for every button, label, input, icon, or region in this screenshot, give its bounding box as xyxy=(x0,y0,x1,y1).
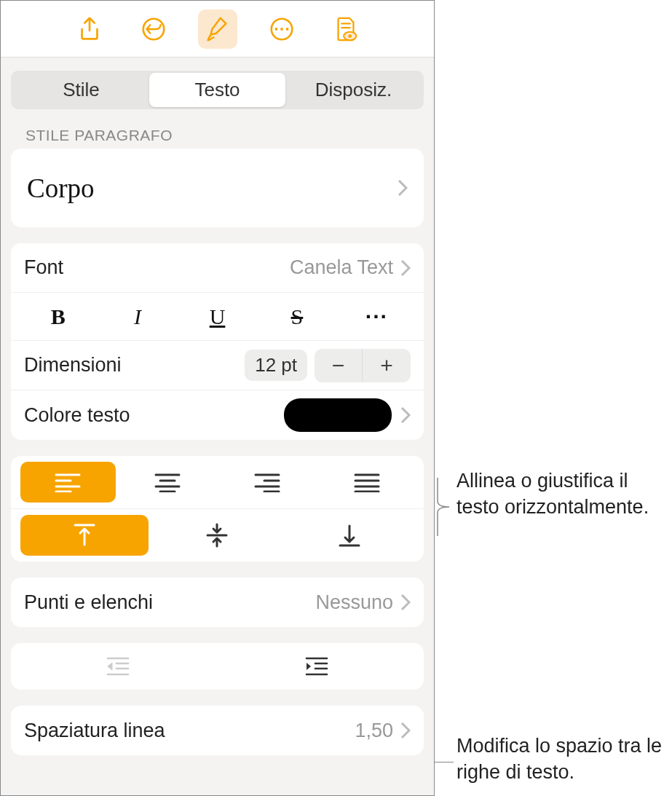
callout-alignment: Allinea o giustifica il testo orizzontal… xyxy=(456,468,672,521)
inspector-tabs: Stile Testo Disposiz. xyxy=(11,71,424,109)
svg-point-2 xyxy=(274,28,277,31)
undo-icon xyxy=(140,15,167,43)
bullets-value: Nessuno xyxy=(315,591,393,614)
align-right-button[interactable] xyxy=(220,462,315,503)
chevron-right-icon xyxy=(400,722,411,739)
line-spacing-row[interactable]: Spaziatura linea 1,50 xyxy=(11,706,424,755)
share-icon xyxy=(76,15,103,43)
size-value-button[interactable]: 12 pt xyxy=(245,350,307,381)
more-text-options-button[interactable]: ··· xyxy=(337,299,416,335)
size-row: Dimensioni 12 pt − + xyxy=(11,341,424,390)
size-stepper: − + xyxy=(315,349,411,382)
align-justify-button[interactable] xyxy=(319,462,414,503)
increase-indent-button[interactable] xyxy=(218,650,417,682)
annotation-area: Allinea o giustifica il testo orizzontal… xyxy=(435,0,672,796)
horizontal-align-row xyxy=(11,456,424,509)
format-brush-icon xyxy=(204,15,232,43)
valign-bottom-button[interactable] xyxy=(285,515,414,556)
document-options-button[interactable] xyxy=(326,9,365,49)
decrease-indent-icon xyxy=(105,655,131,677)
bracket-icon xyxy=(435,478,451,539)
valign-top-icon xyxy=(74,523,95,548)
share-button[interactable] xyxy=(70,9,109,49)
line-spacing-card: Spaziatura linea 1,50 xyxy=(11,706,424,755)
svg-point-3 xyxy=(280,28,283,31)
inspector-content: Stile Testo Disposiz. STILE PARAGRAFO Co… xyxy=(1,58,434,795)
tab-disposiz[interactable]: Disposiz. xyxy=(285,73,422,107)
line-spacing-label: Spaziatura linea xyxy=(24,720,165,742)
size-label: Dimensioni xyxy=(24,354,122,377)
alignment-card xyxy=(11,456,424,561)
increase-indent-icon xyxy=(304,655,330,677)
align-left-button[interactable] xyxy=(20,462,116,503)
font-card: Font Canela Text B I U S ··· Dimensioni … xyxy=(11,243,424,440)
more-button[interactable] xyxy=(262,9,301,49)
vertical-align-row xyxy=(11,509,424,561)
text-color-label: Colore testo xyxy=(24,404,130,427)
tab-testo[interactable]: Testo xyxy=(149,73,285,107)
leader-line xyxy=(435,762,454,762)
text-color-row[interactable]: Colore testo xyxy=(11,390,424,440)
doc-eye-icon xyxy=(332,15,360,43)
bullets-card: Punti e elenchi Nessuno xyxy=(11,578,424,627)
font-value: Canela Text xyxy=(290,256,393,279)
chevron-right-icon xyxy=(398,179,408,197)
format-button[interactable] xyxy=(198,9,237,49)
bold-button[interactable]: B xyxy=(18,299,98,335)
valign-bottom-icon xyxy=(339,523,360,548)
valign-top-button[interactable] xyxy=(20,515,149,556)
chevron-right-icon xyxy=(400,406,411,424)
paragraph-style-section-label: STILE PARAGRAFO xyxy=(25,127,424,144)
paragraph-style-value: Corpo xyxy=(27,173,95,204)
chevron-right-icon xyxy=(400,594,411,611)
format-inspector-panel: Stile Testo Disposiz. STILE PARAGRAFO Co… xyxy=(0,0,435,796)
chevron-right-icon xyxy=(400,259,411,277)
align-left-icon xyxy=(55,472,81,492)
decrease-indent-button[interactable] xyxy=(18,650,218,682)
paragraph-style-row[interactable]: Corpo xyxy=(11,149,424,227)
indent-row xyxy=(11,643,424,690)
bullets-row[interactable]: Punti e elenchi Nessuno xyxy=(11,578,424,627)
align-right-icon xyxy=(254,472,280,492)
font-label: Font xyxy=(24,256,63,279)
underline-button[interactable]: U xyxy=(178,299,257,335)
more-circle-icon xyxy=(268,15,296,43)
size-increase-button[interactable]: + xyxy=(363,349,411,382)
text-color-swatch[interactable] xyxy=(284,398,392,432)
tab-stile[interactable]: Stile xyxy=(13,73,149,107)
indent-card xyxy=(11,643,424,690)
undo-button[interactable] xyxy=(134,9,173,49)
italic-button[interactable]: I xyxy=(98,299,177,335)
paragraph-style-card: Corpo xyxy=(11,149,424,227)
callout-spacing: Modifica lo spazio tra le righe di testo… xyxy=(456,733,672,786)
text-style-row: B I U S ··· xyxy=(11,293,424,341)
svg-point-4 xyxy=(285,28,288,31)
svg-point-6 xyxy=(348,34,352,38)
valign-middle-icon xyxy=(206,523,228,548)
valign-middle-button[interactable] xyxy=(153,515,281,556)
align-justify-icon xyxy=(354,472,380,492)
align-center-icon xyxy=(154,472,181,492)
line-spacing-value: 1,50 xyxy=(355,720,393,742)
size-decrease-button[interactable]: − xyxy=(315,349,363,382)
font-row[interactable]: Font Canela Text xyxy=(11,243,424,293)
align-center-button[interactable] xyxy=(120,462,216,503)
bullets-label: Punti e elenchi xyxy=(24,591,153,614)
strikethrough-button[interactable]: S xyxy=(257,299,336,335)
top-toolbar xyxy=(1,1,434,58)
